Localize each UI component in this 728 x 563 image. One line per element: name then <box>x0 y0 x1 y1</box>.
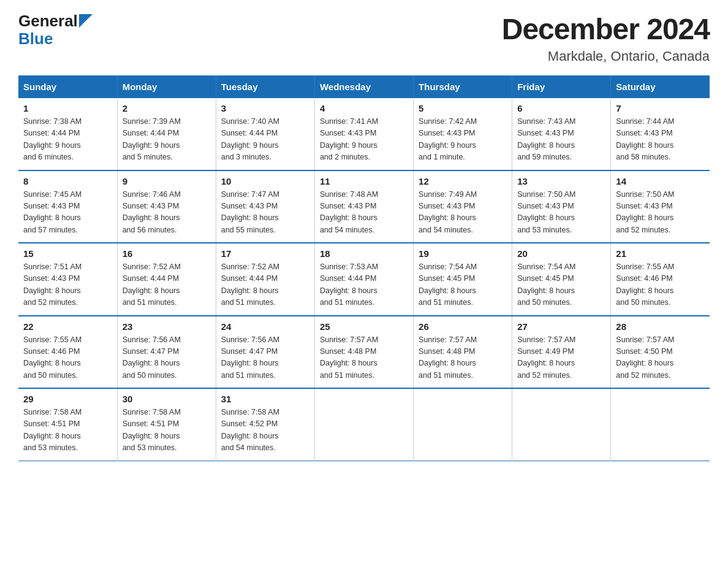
day-cell <box>314 388 413 461</box>
day-cell: 6 Sunrise: 7:43 AM Sunset: 4:43 PM Dayli… <box>512 98 611 170</box>
day-info: Sunrise: 7:57 AM Sunset: 4:49 PM Dayligh… <box>517 334 605 382</box>
day-info: Sunrise: 7:38 AM Sunset: 4:44 PM Dayligh… <box>23 116 112 164</box>
title-block: December 2024 Markdale, Ontario, Canada <box>502 12 710 64</box>
day-info: Sunrise: 7:54 AM Sunset: 4:45 PM Dayligh… <box>419 261 507 309</box>
day-cell: 16 Sunrise: 7:52 AM Sunset: 4:44 PM Dayl… <box>117 243 216 316</box>
day-cell: 14 Sunrise: 7:50 AM Sunset: 4:43 PM Dayl… <box>611 170 710 243</box>
week-row-5: 29 Sunrise: 7:58 AM Sunset: 4:51 PM Dayl… <box>18 388 710 461</box>
day-number: 28 <box>616 321 705 332</box>
day-cell: 28 Sunrise: 7:57 AM Sunset: 4:50 PM Dayl… <box>611 316 710 389</box>
header-cell-saturday: Saturday <box>611 75 710 98</box>
day-cell <box>611 388 710 461</box>
calendar-table: SundayMondayTuesdayWednesdayThursdayFrid… <box>18 75 710 461</box>
day-info: Sunrise: 7:50 AM Sunset: 4:43 PM Dayligh… <box>517 189 605 237</box>
day-number: 5 <box>419 103 507 113</box>
day-number: 16 <box>123 248 211 259</box>
day-cell: 27 Sunrise: 7:57 AM Sunset: 4:49 PM Dayl… <box>512 316 611 389</box>
day-cell: 26 Sunrise: 7:57 AM Sunset: 4:48 PM Dayl… <box>414 316 512 389</box>
day-cell: 13 Sunrise: 7:50 AM Sunset: 4:43 PM Dayl… <box>512 170 611 243</box>
day-number: 6 <box>517 103 605 113</box>
day-info: Sunrise: 7:48 AM Sunset: 4:43 PM Dayligh… <box>320 189 408 237</box>
day-number: 1 <box>23 103 112 113</box>
week-row-3: 15 Sunrise: 7:51 AM Sunset: 4:43 PM Dayl… <box>18 243 710 316</box>
day-cell: 7 Sunrise: 7:44 AM Sunset: 4:43 PM Dayli… <box>611 98 710 170</box>
day-info: Sunrise: 7:55 AM Sunset: 4:46 PM Dayligh… <box>616 261 705 309</box>
day-info: Sunrise: 7:46 AM Sunset: 4:43 PM Dayligh… <box>123 189 211 237</box>
header-row: SundayMondayTuesdayWednesdayThursdayFrid… <box>18 75 710 98</box>
header-cell-tuesday: Tuesday <box>216 75 314 98</box>
day-number: 20 <box>517 248 605 259</box>
week-row-1: 1 Sunrise: 7:38 AM Sunset: 4:44 PM Dayli… <box>18 98 710 170</box>
day-info: Sunrise: 7:39 AM Sunset: 4:44 PM Dayligh… <box>123 116 211 164</box>
day-number: 9 <box>123 176 211 186</box>
day-number: 12 <box>419 176 507 186</box>
day-number: 15 <box>23 248 112 259</box>
day-info: Sunrise: 7:57 AM Sunset: 4:50 PM Dayligh… <box>616 334 705 382</box>
header-cell-friday: Friday <box>512 75 611 98</box>
day-info: Sunrise: 7:58 AM Sunset: 4:52 PM Dayligh… <box>221 407 309 454</box>
day-number: 24 <box>221 321 309 332</box>
day-number: 18 <box>320 248 408 259</box>
page-header: General Blue December 2024 Markdale, Ont… <box>18 12 710 64</box>
day-info: Sunrise: 7:45 AM Sunset: 4:43 PM Dayligh… <box>23 189 112 237</box>
day-cell: 8 Sunrise: 7:45 AM Sunset: 4:43 PM Dayli… <box>18 170 117 243</box>
day-cell: 5 Sunrise: 7:42 AM Sunset: 4:43 PM Dayli… <box>414 98 512 170</box>
day-number: 31 <box>221 394 309 404</box>
day-number: 8 <box>23 176 112 186</box>
day-info: Sunrise: 7:54 AM Sunset: 4:45 PM Dayligh… <box>517 261 605 309</box>
day-number: 19 <box>419 248 507 259</box>
day-cell: 31 Sunrise: 7:58 AM Sunset: 4:52 PM Dayl… <box>216 388 314 461</box>
day-cell: 24 Sunrise: 7:56 AM Sunset: 4:47 PM Dayl… <box>216 316 314 389</box>
logo: General Blue <box>18 12 93 47</box>
day-info: Sunrise: 7:57 AM Sunset: 4:48 PM Dayligh… <box>419 334 507 382</box>
day-info: Sunrise: 7:53 AM Sunset: 4:44 PM Dayligh… <box>320 261 408 309</box>
day-number: 26 <box>419 321 507 332</box>
day-number: 17 <box>221 248 309 259</box>
logo-triangle-icon <box>78 13 93 29</box>
week-row-4: 22 Sunrise: 7:55 AM Sunset: 4:46 PM Dayl… <box>18 316 710 389</box>
day-info: Sunrise: 7:52 AM Sunset: 4:44 PM Dayligh… <box>123 261 211 309</box>
day-number: 25 <box>320 321 408 332</box>
logo-blue-text: Blue <box>18 30 53 48</box>
day-number: 13 <box>517 176 605 186</box>
day-info: Sunrise: 7:58 AM Sunset: 4:51 PM Dayligh… <box>123 407 211 454</box>
day-number: 29 <box>23 394 112 404</box>
day-number: 3 <box>221 103 309 113</box>
header-cell-sunday: Sunday <box>18 75 117 98</box>
day-number: 27 <box>517 321 605 332</box>
day-cell: 12 Sunrise: 7:49 AM Sunset: 4:43 PM Dayl… <box>414 170 512 243</box>
day-cell: 23 Sunrise: 7:56 AM Sunset: 4:47 PM Dayl… <box>117 316 216 389</box>
day-number: 21 <box>616 248 705 259</box>
day-cell: 25 Sunrise: 7:57 AM Sunset: 4:48 PM Dayl… <box>314 316 413 389</box>
day-cell <box>512 388 611 461</box>
day-info: Sunrise: 7:50 AM Sunset: 4:43 PM Dayligh… <box>616 189 705 237</box>
day-info: Sunrise: 7:42 AM Sunset: 4:43 PM Dayligh… <box>419 116 507 164</box>
day-info: Sunrise: 7:55 AM Sunset: 4:46 PM Dayligh… <box>23 334 112 382</box>
day-info: Sunrise: 7:52 AM Sunset: 4:44 PM Dayligh… <box>221 261 309 309</box>
header-cell-monday: Monday <box>117 75 216 98</box>
day-info: Sunrise: 7:47 AM Sunset: 4:43 PM Dayligh… <box>221 189 309 237</box>
day-number: 22 <box>23 321 112 332</box>
day-info: Sunrise: 7:51 AM Sunset: 4:43 PM Dayligh… <box>23 261 112 309</box>
day-number: 4 <box>320 103 408 113</box>
day-cell: 20 Sunrise: 7:54 AM Sunset: 4:45 PM Dayl… <box>512 243 611 316</box>
day-number: 2 <box>123 103 211 113</box>
day-info: Sunrise: 7:40 AM Sunset: 4:44 PM Dayligh… <box>221 116 309 164</box>
day-info: Sunrise: 7:57 AM Sunset: 4:48 PM Dayligh… <box>320 334 408 382</box>
day-cell: 21 Sunrise: 7:55 AM Sunset: 4:46 PM Dayl… <box>611 243 710 316</box>
day-cell: 1 Sunrise: 7:38 AM Sunset: 4:44 PM Dayli… <box>18 98 117 170</box>
day-cell: 29 Sunrise: 7:58 AM Sunset: 4:51 PM Dayl… <box>18 388 117 461</box>
day-cell: 11 Sunrise: 7:48 AM Sunset: 4:43 PM Dayl… <box>314 170 413 243</box>
day-cell: 2 Sunrise: 7:39 AM Sunset: 4:44 PM Dayli… <box>117 98 216 170</box>
day-info: Sunrise: 7:56 AM Sunset: 4:47 PM Dayligh… <box>123 334 211 382</box>
day-cell: 19 Sunrise: 7:54 AM Sunset: 4:45 PM Dayl… <box>414 243 512 316</box>
week-row-2: 8 Sunrise: 7:45 AM Sunset: 4:43 PM Dayli… <box>18 170 710 243</box>
day-info: Sunrise: 7:56 AM Sunset: 4:47 PM Dayligh… <box>221 334 309 382</box>
day-cell: 9 Sunrise: 7:46 AM Sunset: 4:43 PM Dayli… <box>117 170 216 243</box>
header-cell-wednesday: Wednesday <box>314 75 413 98</box>
day-info: Sunrise: 7:43 AM Sunset: 4:43 PM Dayligh… <box>517 116 605 164</box>
day-number: 23 <box>123 321 211 332</box>
day-number: 14 <box>616 176 705 186</box>
day-cell: 22 Sunrise: 7:55 AM Sunset: 4:46 PM Dayl… <box>18 316 117 389</box>
logo-general-text: General <box>18 12 78 30</box>
